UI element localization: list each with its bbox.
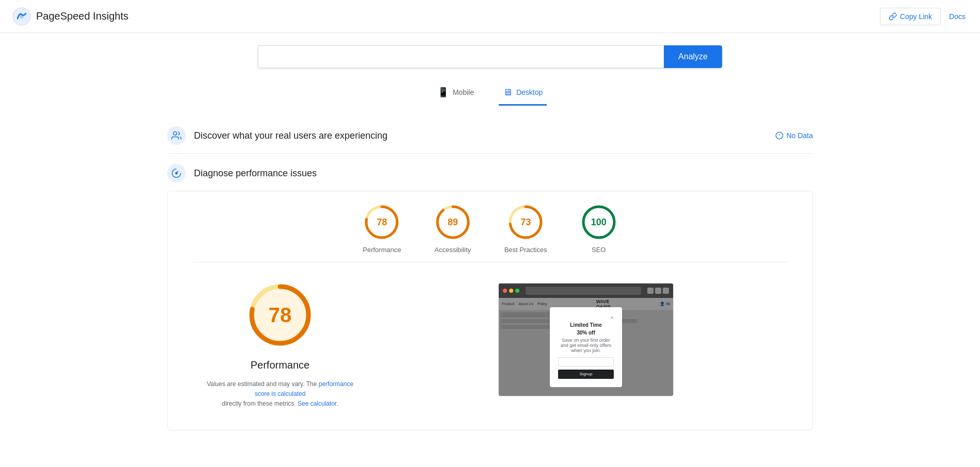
screenshot-modal: ✕ Limited Time 30% off Save on your firs… — [550, 307, 622, 387]
copy-link-label: Copy Link — [900, 12, 932, 21]
pagespeed-logo-icon — [12, 7, 31, 26]
performance-right: Product About Us Policy WAVEOASIS 👤 🛍 — [384, 279, 788, 409]
main-content: Discover what your real users are experi… — [155, 110, 825, 451]
big-score-circle: 78 — [244, 279, 316, 351]
tab-mobile-label: Mobile — [453, 88, 474, 96]
score-value-best-practices: 73 — [520, 217, 531, 228]
gauge-icon — [171, 168, 182, 178]
url-input[interactable]: https://waveoasis.net/period-swimwear-bo… — [258, 45, 664, 68]
section-discover: Discover what your real users are experi… — [167, 118, 813, 154]
modal-title2: 30% off — [558, 330, 614, 336]
docs-link[interactable]: Docs — [947, 8, 968, 25]
desktop-icon: 🖥 — [503, 87, 512, 98]
modal-signup-button: Signup — [558, 370, 614, 379]
big-score-label: Performance — [251, 359, 310, 371]
modal-title: Limited Time — [558, 322, 614, 328]
score-circle-performance: 78 — [363, 204, 400, 241]
browser-min-dot — [509, 289, 513, 293]
mobile-icon: 📱 — [437, 87, 449, 98]
screenshot-content: Product About Us Policy WAVEOASIS 👤 🛍 — [499, 298, 673, 396]
svg-point-6 — [175, 172, 177, 174]
score-circle-accessibility: 89 — [434, 204, 471, 241]
score-label-seo: SEO — [592, 246, 606, 254]
link-icon — [889, 12, 897, 21]
browser-max-dot — [515, 289, 519, 293]
section-diagnose: Diagnose performance issues — [167, 154, 813, 191]
browser-url-bar — [526, 287, 641, 295]
svg-point-1 — [20, 14, 24, 19]
calculator-link[interactable]: See calculator. — [298, 400, 338, 407]
browser-icon-3 — [663, 288, 669, 294]
browser-icon-1 — [647, 288, 654, 294]
panel-divider — [192, 262, 788, 262]
browser-icons — [647, 288, 669, 294]
score-value-seo: 100 — [591, 217, 607, 228]
app-title: PageSpeed Insights — [36, 10, 128, 22]
score-circle-best-practices: 73 — [507, 204, 544, 241]
search-area: https://waveoasis.net/period-swimwear-bo… — [0, 33, 980, 76]
modal-subtitle: Save on your first order and get email-o… — [558, 338, 614, 353]
score-item-seo: 100 SEO — [580, 204, 617, 254]
browser-bar — [499, 283, 673, 298]
discover-title: Discover what your real users are experi… — [194, 130, 387, 141]
header-actions: Copy Link Docs — [880, 8, 968, 25]
info-icon — [775, 131, 783, 140]
no-data-label: No Data — [787, 131, 813, 140]
tab-desktop[interactable]: 🖥 Desktop — [499, 80, 547, 106]
tab-mobile[interactable]: 📱 Mobile — [433, 80, 478, 106]
score-note: Values are estimated and may vary. The p… — [203, 379, 357, 409]
analyze-button[interactable]: Analyze — [664, 45, 722, 68]
score-value-accessibility: 89 — [448, 217, 458, 228]
scores-row: 78 Performance 89 Accessibility — [192, 204, 788, 254]
search-container: https://waveoasis.net/period-swimwear-bo… — [258, 45, 722, 68]
diagnose-icon-circle — [167, 164, 186, 182]
score-item-performance: 78 Performance — [363, 204, 401, 254]
score-item-best-practices: 73 Best Practices — [504, 204, 547, 254]
tabs-container: 📱 Mobile 🖥 Desktop — [0, 76, 980, 106]
tab-desktop-label: Desktop — [516, 88, 543, 96]
modal-email-input — [558, 357, 614, 366]
users-icon — [171, 130, 182, 141]
browser-close-dot — [503, 289, 507, 293]
screenshot-modal-overlay: ✕ Limited Time 30% off Save on your firs… — [499, 298, 673, 396]
score-circle-seo: 100 — [580, 204, 617, 241]
performance-detail: 78 Performance Values are estimated and … — [192, 271, 788, 418]
score-value-performance: 78 — [377, 217, 387, 228]
app-logo: PageSpeed Insights — [12, 7, 128, 26]
copy-link-button[interactable]: Copy Link — [880, 8, 941, 25]
svg-point-2 — [173, 132, 177, 136]
header: PageSpeed Insights Copy Link Docs — [0, 0, 980, 33]
diagnose-title: Diagnose performance issues — [194, 168, 317, 179]
section-discover-left: Discover what your real users are experi… — [167, 126, 387, 145]
browser-icon-2 — [655, 288, 661, 294]
score-label-performance: Performance — [363, 246, 401, 254]
no-data-badge: No Data — [775, 131, 813, 140]
score-item-accessibility: 89 Accessibility — [434, 204, 471, 254]
big-score-value: 78 — [269, 304, 292, 327]
screenshot-frame: Product About Us Policy WAVEOASIS 👤 🛍 — [498, 283, 674, 396]
score-label-best-practices: Best Practices — [504, 246, 547, 254]
performance-left: 78 Performance Values are estimated and … — [192, 279, 368, 409]
score-label-accessibility: Accessibility — [434, 246, 471, 254]
discover-icon-circle — [167, 126, 186, 145]
scores-panel: 78 Performance 89 Accessibility — [167, 191, 813, 430]
